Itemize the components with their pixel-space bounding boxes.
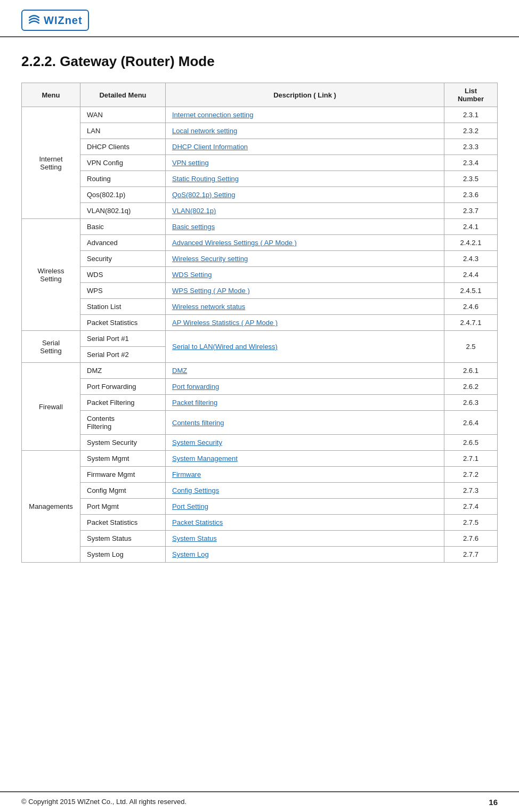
table-row: Packet Filtering Packet filtering 2.6.3 <box>22 395 498 411</box>
list-cell-serial: 2.5 <box>444 331 498 363</box>
link-internet-connection[interactable]: Internet connection setting <box>172 111 254 119</box>
desc-cell: VLAN(802.1p) <box>166 203 444 219</box>
detailed-cell: Advanced <box>80 235 166 251</box>
link-dmz[interactable]: DMZ <box>172 367 187 375</box>
link-system-status[interactable]: System Status <box>172 534 217 542</box>
table-row: Port Mgmt Port Setting 2.7.4 <box>22 499 498 515</box>
list-cell: 2.7.5 <box>444 515 498 531</box>
page-number: 16 <box>489 798 498 807</box>
link-system-security[interactable]: System Security <box>172 439 222 446</box>
link-advanced-wireless[interactable]: Advanced Wireless Settings ( AP Mode ) <box>172 239 297 247</box>
table-row: System Security System Security 2.6.5 <box>22 435 498 451</box>
detailed-cell: Config Mgmt <box>80 483 166 499</box>
detailed-cell: Station List <box>80 299 166 315</box>
detailed-cell: WAN <box>80 107 166 123</box>
link-wireless-security[interactable]: Wireless Security setting <box>172 255 248 263</box>
menu-cell-serial: SerialSetting <box>22 331 80 363</box>
col-header-detailed: Detailed Menu <box>80 83 166 107</box>
link-packet-statistics[interactable]: Packet Statistics <box>172 518 223 526</box>
list-cell: 2.6.4 <box>444 411 498 435</box>
list-cell: 2.6.1 <box>444 363 498 379</box>
menu-cell-wireless: WirelessSetting <box>22 219 80 331</box>
detailed-cell: Serial Port #2 <box>80 347 166 363</box>
link-vlan[interactable]: VLAN(802.1p) <box>172 207 216 215</box>
link-firmware[interactable]: Firmware <box>172 470 201 478</box>
detailed-cell: Qos(802.1p) <box>80 187 166 203</box>
link-port-forwarding[interactable]: Port forwarding <box>172 383 219 391</box>
link-qos[interactable]: QoS(802.1p) Setting <box>172 191 236 199</box>
table-row: WPS WPS Setting ( AP Mode ) 2.4.5.1 <box>22 283 498 299</box>
link-ap-wireless-statistics[interactable]: AP Wireless Statistics ( AP Mode ) <box>172 319 278 327</box>
col-header-list: List Number <box>444 83 498 107</box>
desc-cell: System Status <box>166 531 444 547</box>
list-cell: 2.4.3 <box>444 251 498 267</box>
desc-cell: Wireless network status <box>166 299 444 315</box>
table-row: System Log System Log 2.7.7 <box>22 547 498 563</box>
link-dhcp-client[interactable]: DHCP Client Information <box>172 143 248 151</box>
link-port-setting[interactable]: Port Setting <box>172 502 208 510</box>
detailed-cell: VPN Config <box>80 155 166 171</box>
link-contents-filtering[interactable]: Contents filtering <box>172 419 224 427</box>
link-local-network[interactable]: Local network setting <box>172 127 237 135</box>
desc-cell: Local network setting <box>166 123 444 139</box>
menu-cell-firewall: Firewall <box>22 363 80 451</box>
list-cell: 2.3.6 <box>444 187 498 203</box>
desc-cell: Port Setting <box>166 499 444 515</box>
desc-cell: WPS Setting ( AP Mode ) <box>166 283 444 299</box>
list-cell: 2.3.5 <box>444 171 498 187</box>
desc-cell: AP Wireless Statistics ( AP Mode ) <box>166 315 444 331</box>
list-cell: 2.4.6 <box>444 299 498 315</box>
detailed-cell: Packet Filtering <box>80 395 166 411</box>
desc-cell: Contents filtering <box>166 411 444 435</box>
desc-cell-serial: Serial to LAN(Wired and Wireless) <box>166 331 444 363</box>
list-cell: 2.7.1 <box>444 451 498 467</box>
list-cell: 2.6.2 <box>444 379 498 395</box>
table-row: VPN Config VPN setting 2.3.4 <box>22 155 498 171</box>
link-routing[interactable]: Static Routing Setting <box>172 175 239 183</box>
desc-cell: DMZ <box>166 363 444 379</box>
desc-cell: Packet Statistics <box>166 515 444 531</box>
link-wds[interactable]: WDS Setting <box>172 271 212 279</box>
detailed-cell: Packet Statistics <box>80 315 166 331</box>
list-cell: 2.4.7.1 <box>444 315 498 331</box>
desc-cell: QoS(802.1p) Setting <box>166 187 444 203</box>
table-row: WirelessSetting Basic Basic settings 2.4… <box>22 219 498 235</box>
menu-cell-internet: InternetSetting <box>22 107 80 219</box>
list-cell: 2.3.1 <box>444 107 498 123</box>
table-row: Qos(802.1p) QoS(802.1p) Setting 2.3.6 <box>22 187 498 203</box>
desc-cell: Wireless Security setting <box>166 251 444 267</box>
table-row: VLAN(802.1q) VLAN(802.1p) 2.3.7 <box>22 203 498 219</box>
main-content: 2.2.2. Gateway (Router) Mode Menu Detail… <box>0 37 519 584</box>
list-cell: 2.7.6 <box>444 531 498 547</box>
desc-cell: Port forwarding <box>166 379 444 395</box>
link-wireless-network-status[interactable]: Wireless network status <box>172 303 245 311</box>
table-row: Station List Wireless network status 2.4… <box>22 299 498 315</box>
detailed-cell: Basic <box>80 219 166 235</box>
link-wps[interactable]: WPS Setting ( AP Mode ) <box>172 287 250 295</box>
list-cell: 2.7.4 <box>444 499 498 515</box>
table-row: DHCP Clients DHCP Client Information 2.3… <box>22 139 498 155</box>
detailed-cell: Serial Port #1 <box>80 331 166 347</box>
link-basic-settings[interactable]: Basic settings <box>172 223 215 231</box>
link-config-settings[interactable]: Config Settings <box>172 486 219 494</box>
list-cell: 2.4.2.1 <box>444 235 498 251</box>
list-cell: 2.4.5.1 <box>444 283 498 299</box>
list-cell: 2.7.2 <box>444 467 498 483</box>
detailed-cell: ContentsFiltering <box>80 411 166 435</box>
link-packet-filtering[interactable]: Packet filtering <box>172 399 217 407</box>
desc-cell: Internet connection setting <box>166 107 444 123</box>
list-cell: 2.3.7 <box>444 203 498 219</box>
detailed-cell: System Status <box>80 531 166 547</box>
detailed-cell: VLAN(802.1q) <box>80 203 166 219</box>
detailed-cell: Port Mgmt <box>80 499 166 515</box>
link-system-management[interactable]: System Management <box>172 454 238 462</box>
list-cell: 2.7.3 <box>444 483 498 499</box>
menu-cell-managements: Managements <box>22 451 80 563</box>
main-table: Menu Detailed Menu Description ( Link ) … <box>21 83 498 563</box>
link-system-log[interactable]: System Log <box>172 550 209 558</box>
link-serial-to-lan[interactable]: Serial to LAN(Wired and Wireless) <box>172 343 278 351</box>
desc-cell: Packet filtering <box>166 395 444 411</box>
col-header-menu: Menu <box>22 83 80 107</box>
list-cell: 2.3.2 <box>444 123 498 139</box>
link-vpn-setting[interactable]: VPN setting <box>172 159 209 167</box>
